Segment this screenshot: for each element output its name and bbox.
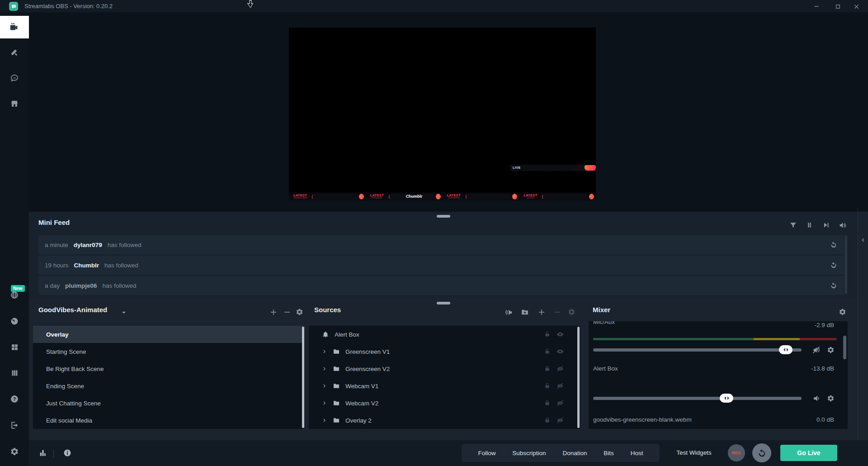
info-icon[interactable] <box>63 449 71 457</box>
nav-host[interactable]: Host <box>631 450 643 456</box>
nav-subscription[interactable]: Subscription <box>512 450 546 456</box>
eye-icon[interactable] <box>557 331 564 338</box>
event-replay-button[interactable] <box>830 282 837 289</box>
source-row[interactable]: Greenscreen V2 <box>309 360 580 377</box>
panels-resize-handle[interactable] <box>437 302 450 304</box>
stream-overlay-banners: LATESTSubscriber LATESTFollower Chumblr … <box>289 192 596 200</box>
live-swoosh-decoration <box>583 165 596 171</box>
lock-icon[interactable] <box>544 365 551 372</box>
lock-icon[interactable] <box>544 417 551 423</box>
chevron-right-icon[interactable] <box>322 418 327 423</box>
chevron-down-icon[interactable] <box>120 309 127 316</box>
record-button[interactable]: REC <box>728 444 745 461</box>
sidebar-item-logout[interactable] <box>0 415 29 435</box>
scene-row[interactable]: Just Chatting Scene <box>33 395 304 412</box>
volume-slider[interactable] <box>593 348 802 352</box>
sidebar-item-apps[interactable] <box>0 337 29 357</box>
sidebar-item-editor[interactable] <box>0 16 29 38</box>
columns-icon <box>10 369 19 377</box>
channel-settings-button[interactable] <box>827 395 835 402</box>
clock-icon <box>10 317 19 326</box>
scene-settings-button[interactable] <box>296 308 303 316</box>
unlock-icon[interactable] <box>544 331 551 338</box>
scene-row[interactable]: Be Right Back Scene <box>33 360 304 377</box>
remove-source-button[interactable] <box>553 308 561 316</box>
go-live-button[interactable]: Go Live <box>780 445 837 461</box>
sources-scrollbar[interactable] <box>577 327 580 428</box>
scene-collection-dropdown[interactable]: GoodVibes-Animated <box>38 306 107 314</box>
volume-slider[interactable] <box>593 397 802 400</box>
chevron-right-icon[interactable] <box>322 366 327 371</box>
unlock-icon[interactable] <box>544 382 551 389</box>
collapse-dock-button[interactable] <box>860 237 866 243</box>
minimize-button[interactable] <box>811 2 822 10</box>
source-settings-button[interactable] <box>568 308 576 316</box>
source-row[interactable]: Webcam V2 <box>309 395 580 412</box>
feed-scrollbar[interactable] <box>844 235 847 294</box>
feed-event-row[interactable]: a minute dylanr079 has followed <box>38 235 844 254</box>
feed-filter-button[interactable] <box>789 221 797 229</box>
nav-follow[interactable]: Follow <box>478 450 495 456</box>
sidebar-item-chatbot[interactable] <box>0 68 29 88</box>
eye-icon[interactable] <box>557 348 564 355</box>
speaker-waves-icon[interactable] <box>505 308 513 317</box>
sidebar-item-help[interactable] <box>0 389 29 409</box>
mute-toggle-muted-icon[interactable] <box>812 346 821 354</box>
event-action: has followed <box>104 262 138 269</box>
add-source-button[interactable] <box>538 308 546 316</box>
source-row[interactable]: Webcam V1 <box>309 377 580 395</box>
sidebar-item-themes[interactable] <box>0 43 29 63</box>
sidebar-item-settings[interactable] <box>0 442 29 461</box>
add-folder-button[interactable] <box>521 308 529 316</box>
title-bar: Streamlabs OBS - Version: 0.20.2 <box>0 0 868 12</box>
add-scene-button[interactable] <box>269 308 278 316</box>
feed-event-row[interactable]: 19 hours Chumblr has followed <box>38 256 844 275</box>
scene-row[interactable]: Ending Scene <box>33 377 304 395</box>
scene-row[interactable]: Overlay <box>33 326 304 343</box>
source-row[interactable]: Greenscreen V1 <box>309 343 580 360</box>
volume-slider-handle[interactable] <box>720 394 733 403</box>
mixer-settings-button[interactable] <box>839 308 846 316</box>
remove-scene-button[interactable] <box>283 308 291 316</box>
banner-latest-cheer: LATESTCheer <box>521 194 594 200</box>
scene-row[interactable]: Edit social Media <box>33 412 304 429</box>
stream-canvas[interactable]: LIVE LATESTSubscriber LATESTFollower Chu… <box>289 28 596 200</box>
footer-divider <box>53 449 54 457</box>
close-button[interactable] <box>850 2 862 10</box>
feed-resize-handle[interactable] <box>437 215 450 218</box>
source-row[interactable]: Overlay 2 <box>309 412 580 429</box>
volume-slider-handle[interactable] <box>779 345 793 354</box>
eye-slash-icon[interactable] <box>557 382 564 390</box>
event-replay-button[interactable] <box>830 262 837 269</box>
chevron-right-icon[interactable] <box>322 349 327 354</box>
nav-bits[interactable]: Bits <box>604 450 614 456</box>
mute-toggle-icon[interactable] <box>812 394 821 403</box>
source-name: Webcam V1 <box>345 383 378 390</box>
eye-slash-icon[interactable] <box>557 399 564 407</box>
nav-donation[interactable]: Donation <box>562 450 587 456</box>
sidebar-item-recent[interactable] <box>0 311 29 331</box>
performance-metrics-icon[interactable] <box>38 448 47 457</box>
channel-settings-button[interactable] <box>827 346 835 354</box>
source-row[interactable]: Alert Box <box>309 326 580 343</box>
mixer-scrollbar[interactable] <box>843 336 846 359</box>
scenes-scrollbar[interactable] <box>302 327 304 428</box>
feed-skip-button[interactable] <box>822 221 830 229</box>
event-replay-button[interactable] <box>830 241 837 248</box>
test-widgets-button[interactable]: Test Widgets <box>669 446 719 460</box>
feed-event-row[interactable]: a day pluimpje06 has followed <box>38 276 844 295</box>
eye-slash-icon[interactable] <box>557 365 564 372</box>
sidebar-item-layout[interactable] <box>0 363 29 383</box>
lock-icon[interactable] <box>544 399 551 406</box>
sidebar-item-store[interactable] <box>0 94 29 114</box>
chevron-right-icon[interactable] <box>322 400 327 406</box>
maximize-button[interactable] <box>832 2 844 10</box>
feed-pause-button[interactable] <box>806 221 813 229</box>
scene-row[interactable]: Starting Scene <box>33 343 304 360</box>
replay-buffer-button[interactable] <box>752 443 771 462</box>
chevron-right-icon[interactable] <box>322 383 327 389</box>
mouse-cursor-down-arrow-icon <box>247 0 254 8</box>
unlock-icon[interactable] <box>544 348 551 355</box>
feed-mute-button[interactable] <box>839 221 847 229</box>
eye-slash-icon[interactable] <box>557 417 564 424</box>
